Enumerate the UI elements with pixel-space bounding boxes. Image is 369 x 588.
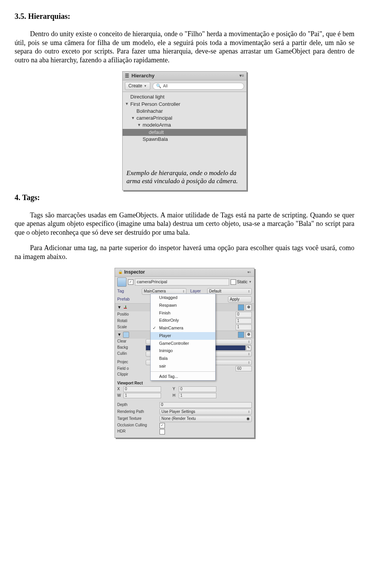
help-icon[interactable] — [238, 332, 244, 338]
eyedropper-icon[interactable]: ✎ — [246, 345, 251, 351]
rendering-value: Use Player Settings — [161, 409, 195, 414]
tag-option[interactable]: Bala — [151, 355, 215, 362]
scale-z[interactable]: 1 — [236, 324, 252, 330]
hierarchy-item[interactable]: ▼cameraPrincipal — [123, 115, 246, 122]
rot-z[interactable]: 1 — [236, 318, 252, 324]
rotation-label: Rotati — [117, 319, 146, 324]
section-4-paragraph-1: Tags são marcações usadas em GameObjects… — [15, 211, 354, 237]
static-label: Static — [237, 279, 248, 285]
y-value[interactable]: 0 — [179, 386, 216, 392]
field-value[interactable]: 60 — [236, 366, 252, 372]
gameobject-icon — [117, 277, 126, 287]
gear-icon[interactable]: ⚙ — [246, 332, 252, 338]
tag-option[interactable]: sair — [151, 362, 215, 370]
culling-label: Cullin — [117, 351, 146, 356]
hierarchy-item-label: SpawnBala — [143, 136, 168, 142]
tag-option[interactable]: ✓MainCamera — [151, 324, 215, 332]
tag-option[interactable]: Finish — [151, 309, 215, 317]
inspector-menu-icon[interactable]: ▾≡ — [248, 271, 251, 274]
circle-icon[interactable]: ◉ — [246, 416, 250, 421]
hierarchy-tab[interactable]: ☰ Hierarchy ▾≡ — [123, 72, 246, 80]
hdr-checkbox[interactable] — [160, 429, 165, 434]
chevron-down-icon: ▼ — [144, 84, 147, 88]
search-icon: 🔍 — [156, 84, 161, 89]
tag-option[interactable]: GameController — [151, 340, 215, 347]
static-checkbox[interactable] — [231, 279, 236, 285]
hierarchy-item-label: Directional light — [130, 94, 165, 100]
x-value[interactable]: 0 — [123, 386, 161, 392]
search-placeholder: All — [163, 84, 168, 89]
create-label: Create — [128, 83, 142, 89]
hierarchy-item[interactable]: ▼modeloArma — [123, 122, 246, 129]
viewport-label: Viewport Rect — [115, 381, 254, 386]
occlusion-checkbox[interactable]: ✓ — [160, 423, 165, 428]
hierarchy-item[interactable]: SpawnBala — [123, 136, 246, 143]
section-4-heading: 4. Tags: — [15, 193, 354, 202]
rendering-dropdown[interactable]: Use Player Settings‡ — [160, 409, 252, 415]
pos-z[interactable]: 0 — [236, 312, 252, 317]
hierarchy-item[interactable]: default — [123, 129, 246, 136]
inspector-tab-label: Inspector — [124, 269, 145, 275]
viewport-wh: W 1 H 1 — [115, 393, 254, 399]
occlusion-label: Occlusion Culling — [117, 423, 160, 428]
viewport-rect-label: Viewport Rect — [117, 381, 143, 386]
hdr-row: HDR — [115, 429, 254, 438]
inspector-figure: 🔒 Inspector ▾≡ ✓ cameraPrincipal Static … — [15, 268, 354, 438]
expand-icon: ▼ — [117, 332, 121, 337]
hierarchy-item-label: First Person Controller — [130, 101, 180, 107]
hierarchy-toolbar: Create ▼ 🔍 All — [123, 80, 246, 92]
hierarchy-panel: ☰ Hierarchy ▾≡ Create ▼ 🔍 All Directiona… — [122, 71, 247, 190]
chevron-icon: ‡ — [248, 289, 250, 293]
object-name-field[interactable]: cameraPrincipal — [135, 279, 229, 286]
tag-option[interactable]: EditorOnly — [151, 317, 215, 324]
rendering-row: Rendering Path Use Player Settings‡ — [115, 408, 254, 416]
position-label: Positio — [117, 312, 146, 317]
hierarchy-item-label: cameraPrincipal — [136, 115, 172, 121]
target-row: Target Texture None (Render Textu ◉ — [115, 415, 254, 423]
target-label: Target Texture — [117, 416, 160, 421]
hierarchy-item-label: default — [149, 129, 164, 135]
w-value[interactable]: 1 — [123, 393, 161, 399]
layer-value: Default — [209, 289, 221, 294]
tag-label: Tag — [117, 289, 140, 294]
apply-button[interactable]: Apply — [228, 296, 252, 303]
chevron-down-icon: ▼ — [249, 280, 252, 284]
active-checkbox[interactable]: ✓ — [128, 279, 133, 285]
target-dropdown[interactable]: None (Render Textu ◉ — [160, 416, 252, 422]
section-4-paragraph-2: Para Adicionar uma tag, na parte superio… — [15, 244, 354, 261]
tag-option[interactable]: Inimigo — [151, 347, 215, 355]
hierarchy-item[interactable]: ▼First Person Controller — [123, 101, 246, 108]
tag-value: MainCamera — [144, 289, 166, 294]
inspector-panel: 🔒 Inspector ▾≡ ✓ cameraPrincipal Static … — [115, 268, 254, 438]
scale-label: Scale — [117, 325, 146, 330]
tag-option[interactable]: Respawn — [151, 302, 215, 309]
tag-option[interactable]: Untagged — [151, 294, 215, 302]
hierarchy-tab-menu-icon[interactable]: ▾≡ — [239, 73, 244, 79]
x-label: X — [117, 387, 123, 392]
section-35-paragraph: Dentro do unity existe o conceito de hie… — [15, 30, 354, 64]
tag-option[interactable]: Player — [151, 332, 215, 340]
clear-label: Clear — [117, 339, 146, 344]
create-button[interactable]: Create ▼ — [125, 82, 150, 90]
hierarchy-item[interactable]: Directional light — [123, 94, 246, 100]
hierarchy-figure: ☰ Hierarchy ▾≡ Create ▼ 🔍 All Directiona… — [15, 71, 354, 190]
depth-value[interactable]: 0 — [160, 402, 252, 408]
inspector-tab[interactable]: 🔒 Inspector ▾≡ — [115, 268, 254, 277]
h-label: H — [173, 393, 178, 398]
hierarchy-item[interactable]: Bolinhachar — [123, 108, 246, 115]
hierarchy-search[interactable]: 🔍 All — [153, 83, 244, 90]
inspector-header-row: ✓ cameraPrincipal Static ▼ — [115, 277, 254, 287]
occlusion-row: Occlusion Culling ✓ — [115, 423, 254, 429]
help-icon[interactable] — [238, 304, 244, 311]
static-toggle[interactable]: Static ▼ — [231, 279, 252, 285]
gear-icon[interactable]: ⚙ — [246, 304, 252, 311]
lock-icon: 🔒 — [118, 270, 123, 275]
h-value[interactable]: 1 — [179, 393, 216, 399]
proj-label: Projec — [117, 360, 146, 365]
add-tag-option[interactable]: Add Tag... — [151, 373, 215, 381]
hierarchy-tab-label: Hierarchy — [131, 73, 155, 79]
expand-icon: ▼ — [117, 305, 121, 310]
clip-label: Clippir — [117, 372, 146, 377]
hierarchy-icon: ☰ — [125, 73, 129, 79]
rendering-label: Rendering Path — [117, 409, 160, 414]
